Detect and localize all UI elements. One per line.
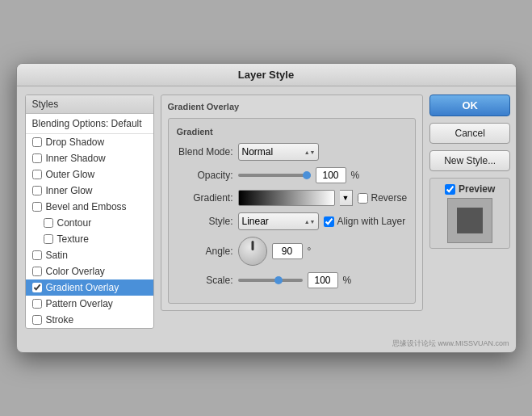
scale-label: Scale: bbox=[177, 275, 233, 286]
checkbox-stroke[interactable] bbox=[32, 315, 42, 325]
label-drop-shadow: Drop Shadow bbox=[46, 137, 105, 148]
sidebar-item-bevel-emboss[interactable]: Bevel and Emboss bbox=[26, 199, 153, 215]
styles-header: Styles bbox=[26, 95, 153, 114]
gradient-inner-group: Gradient Blend Mode: NormalDissolveMulti… bbox=[168, 118, 417, 304]
checkbox-satin[interactable] bbox=[32, 250, 42, 260]
left-panel: Styles Blending Options: Default Drop Sh… bbox=[25, 95, 154, 329]
dialog-title: Layer Style bbox=[17, 64, 516, 86]
gradient-overlay-group: Gradient Overlay Gradient Blend Mode: No… bbox=[161, 95, 424, 311]
scale-input[interactable] bbox=[308, 272, 338, 288]
label-contour: Contour bbox=[57, 217, 92, 229]
style-row: Style: LinearRadialAngleReflectedDiamond… bbox=[177, 212, 408, 230]
new-style-button[interactable]: New Style... bbox=[429, 150, 510, 171]
checkbox-inner-glow[interactable] bbox=[32, 186, 42, 195]
checkbox-color-overlay[interactable] bbox=[32, 267, 42, 276]
layer-style-dialog: Layer Style Styles Blending Options: Def… bbox=[16, 63, 517, 353]
angle-input[interactable] bbox=[272, 243, 303, 259]
gradient-bar[interactable] bbox=[238, 190, 335, 206]
angle-label: Angle: bbox=[177, 246, 233, 257]
dial-container: ° bbox=[238, 237, 312, 266]
sidebar-item-stroke[interactable]: Stroke bbox=[26, 312, 153, 328]
label-stroke: Stroke bbox=[46, 314, 74, 326]
style-select[interactable]: LinearRadialAngleReflectedDiamond bbox=[238, 212, 319, 230]
sidebar-item-inner-glow[interactable]: Inner Glow bbox=[26, 183, 153, 199]
blend-mode-label: Blend Mode: bbox=[177, 146, 233, 158]
cancel-button[interactable]: Cancel bbox=[429, 123, 510, 144]
checkbox-pattern-overlay[interactable] bbox=[32, 299, 42, 309]
opacity-input[interactable]: 100 bbox=[316, 167, 346, 183]
checkbox-outer-glow[interactable] bbox=[32, 170, 42, 179]
preview-inner-block bbox=[457, 208, 483, 233]
opacity-slider[interactable] bbox=[238, 174, 311, 177]
gradient-label: Gradient: bbox=[177, 192, 233, 204]
angle-row: Angle: ° bbox=[177, 237, 408, 266]
label-inner-glow: Inner Glow bbox=[46, 185, 93, 196]
opacity-unit: % bbox=[351, 170, 360, 181]
reverse-checkbox[interactable] bbox=[358, 193, 368, 204]
scale-slider[interactable] bbox=[238, 279, 303, 282]
watermark: 思缘设计论坛 www.MISSVUAN.com bbox=[17, 337, 516, 352]
opacity-label: Opacity: bbox=[177, 170, 233, 181]
sidebar-item-inner-shadow[interactable]: Inner Shadow bbox=[26, 150, 153, 166]
sidebar-item-satin[interactable]: Satin bbox=[26, 247, 153, 263]
checkbox-drop-shadow[interactable] bbox=[32, 137, 42, 147]
checkbox-contour[interactable] bbox=[44, 218, 53, 228]
right-panel: OK Cancel New Style... Preview bbox=[429, 95, 510, 329]
checkbox-texture[interactable] bbox=[44, 234, 53, 244]
reverse-label: Reverse bbox=[371, 192, 408, 204]
opacity-row: Opacity: 100 % bbox=[177, 167, 408, 183]
preview-checkbox[interactable] bbox=[445, 184, 455, 195]
align-layer-label[interactable]: Align with Layer bbox=[324, 216, 406, 227]
sidebar-item-color-overlay[interactable]: Color Overlay bbox=[26, 263, 153, 279]
checkbox-inner-shadow[interactable] bbox=[32, 153, 42, 163]
sidebar-item-drop-shadow[interactable]: Drop Shadow bbox=[26, 134, 153, 150]
label-color-overlay: Color Overlay bbox=[46, 266, 105, 277]
style-select-wrapper: LinearRadialAngleReflectedDiamond bbox=[238, 212, 319, 230]
label-pattern-overlay: Pattern Overlay bbox=[46, 298, 113, 309]
label-inner-shadow: Inner Shadow bbox=[46, 153, 106, 164]
ok-button[interactable]: OK bbox=[429, 95, 510, 116]
checkbox-bevel-emboss[interactable] bbox=[32, 202, 42, 212]
gradient-overlay-title: Gradient Overlay bbox=[168, 102, 417, 111]
align-layer-text: Align with Layer bbox=[337, 216, 406, 227]
gradient-inner-title: Gradient bbox=[177, 127, 408, 137]
scale-row: Scale: % bbox=[177, 272, 408, 288]
blend-mode-select-wrapper: NormalDissolveMultiplyScreenOverlay bbox=[238, 143, 319, 161]
scale-unit: % bbox=[343, 275, 352, 286]
gradient-dropdown-btn[interactable]: ▼ bbox=[340, 190, 353, 206]
angle-dial[interactable] bbox=[238, 237, 267, 266]
label-bevel-emboss: Bevel and Emboss bbox=[46, 201, 127, 212]
label-satin: Satin bbox=[46, 250, 68, 261]
preview-label: Preview bbox=[459, 183, 495, 195]
reverse-checkbox-label[interactable]: Reverse bbox=[358, 192, 408, 204]
blending-options[interactable]: Blending Options: Default bbox=[26, 114, 153, 134]
blend-mode-select[interactable]: NormalDissolveMultiplyScreenOverlay bbox=[238, 143, 319, 161]
align-layer-checkbox[interactable] bbox=[324, 216, 334, 227]
label-texture: Texture bbox=[57, 233, 89, 245]
style-label: Style: bbox=[177, 216, 233, 227]
preview-thumbnail bbox=[447, 198, 492, 243]
blend-mode-row: Blend Mode: NormalDissolveMultiplyScreen… bbox=[177, 143, 408, 161]
preview-section: Preview bbox=[429, 178, 510, 249]
sidebar-item-pattern-overlay[interactable]: Pattern Overlay bbox=[26, 296, 153, 312]
gradient-row: Gradient: ▼ Reverse bbox=[177, 190, 408, 206]
sidebar-item-outer-glow[interactable]: Outer Glow bbox=[26, 166, 153, 183]
angle-unit: ° bbox=[308, 246, 312, 257]
label-outer-glow: Outer Glow bbox=[46, 169, 95, 180]
checkbox-gradient-overlay[interactable] bbox=[32, 283, 42, 292]
sidebar-item-contour[interactable]: Contour bbox=[26, 215, 153, 231]
preview-row: Preview bbox=[445, 183, 495, 195]
sidebar-item-texture[interactable]: Texture bbox=[26, 231, 153, 247]
sidebar-item-gradient-overlay[interactable]: Gradient Overlay bbox=[26, 279, 153, 296]
middle-panel: Gradient Overlay Gradient Blend Mode: No… bbox=[161, 95, 424, 329]
label-gradient-overlay: Gradient Overlay bbox=[46, 282, 119, 293]
